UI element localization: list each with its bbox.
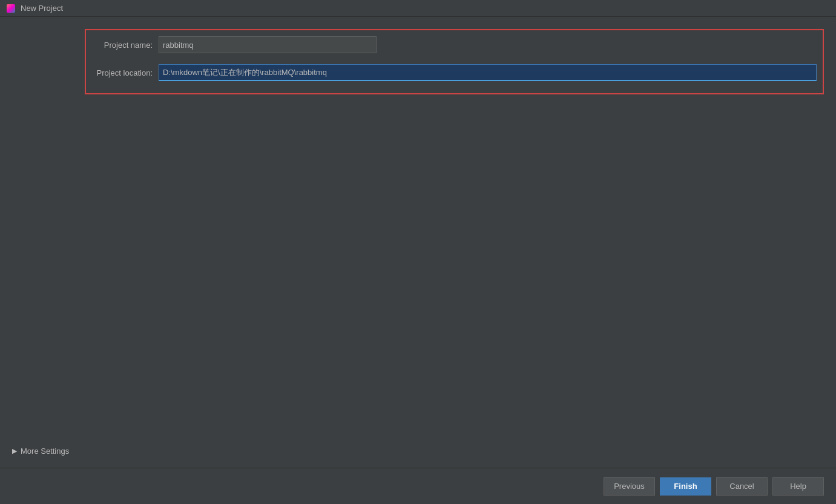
- project-name-label: Project name:: [86, 41, 159, 50]
- cancel-button[interactable]: Cancel: [716, 477, 768, 496]
- more-settings-label: More Settings: [21, 447, 69, 456]
- more-settings-section[interactable]: ▶ More Settings: [12, 440, 69, 462]
- dialog-content: Project name: Project location:: [0, 17, 836, 468]
- project-location-row: Project location:: [86, 64, 817, 81]
- more-settings-arrow-icon: ▶: [12, 447, 17, 455]
- previous-button[interactable]: Previous: [604, 477, 655, 496]
- project-name-row: Project name:: [86, 36, 817, 53]
- finish-button[interactable]: Finish: [660, 477, 711, 496]
- project-form-box: Project name: Project location:: [85, 29, 824, 94]
- app-icon: [6, 4, 16, 13]
- dialog-title: New Project: [21, 4, 63, 13]
- help-button[interactable]: Help: [772, 477, 824, 496]
- spacer: [12, 100, 824, 468]
- project-location-label: Project location:: [86, 68, 159, 77]
- bottom-bar: Previous Finish Cancel Help: [0, 468, 836, 504]
- project-name-input[interactable]: [159, 36, 377, 53]
- title-bar: New Project: [0, 0, 836, 17]
- project-location-input[interactable]: [159, 64, 817, 81]
